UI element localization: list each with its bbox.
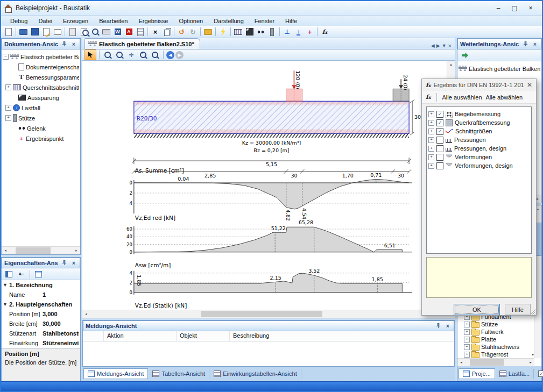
tree-item-traegerrost[interactable]: +Trägerrost▾ (464, 351, 541, 358)
projekt-hscrollbar[interactable]: ◂ ▸ (457, 358, 534, 366)
result-item-biegebemessung[interactable]: +✓ Biegebemessung (428, 110, 530, 118)
expander-icon[interactable]: + (428, 163, 434, 169)
column-load-right[interactable]: 24 (0) (393, 75, 409, 101)
tab-einwirkungstabellen-ansicht[interactable]: Einwirkungstabellen-Ansicht (210, 369, 301, 379)
checkbox[interactable] (436, 145, 443, 152)
tree-item-platte[interactable]: +Platte (464, 336, 541, 343)
tab-sicht-ansicht[interactable]: ✓Sicht... (534, 369, 543, 379)
zoom-in-icon[interactable]: + (138, 50, 149, 60)
feedback-icon[interactable] (52, 27, 63, 37)
property-value[interactable]: 1 (43, 291, 79, 298)
tree-item-stuetze[interactable]: +Stütze (464, 320, 541, 328)
collapse-chevron-icon[interactable]: ▼ (3, 282, 9, 288)
column-load-main[interactable]: 120 (0) (286, 70, 302, 101)
tab-meldungs-ansicht[interactable]: Meldungs-Ansicht (83, 368, 148, 379)
scroll-up-icon[interactable]: ▴ (447, 61, 455, 68)
property-row[interactable]: StützenartStahlbetonstütze (2, 329, 80, 338)
pin-icon[interactable] (521, 40, 529, 48)
column-header-beschreibung[interactable]: Beschreibung (230, 331, 454, 341)
edit-document-icon[interactable] (41, 27, 52, 37)
forward-icon[interactable] (460, 50, 470, 60)
export-document-icon[interactable] (67, 27, 78, 37)
delete-icon[interactable]: × (150, 27, 161, 37)
export-pdf-icon[interactable]: A (124, 27, 135, 37)
expander-icon[interactable]: + (464, 337, 470, 343)
copy-icon[interactable] (161, 27, 172, 37)
tab-projekt-ansicht[interactable]: Proje... (459, 368, 495, 379)
expander-icon[interactable]: + (5, 115, 11, 121)
menu-debug[interactable]: Debug (5, 17, 32, 25)
auflager-icon[interactable]: ⊥ (282, 27, 293, 37)
property-value[interactable]: Stahlbetonstütze (43, 330, 79, 337)
save-icon[interactable] (30, 27, 40, 37)
scroll-right-icon[interactable]: ▸ (527, 359, 534, 366)
select-tool-icon[interactable] (84, 49, 96, 60)
prev-tab-icon[interactable]: ◀ (431, 43, 435, 48)
checkbox[interactable] (436, 154, 443, 161)
close-tab-icon[interactable]: × (448, 42, 452, 49)
property-row[interactable]: Position [m]3,000 (2, 309, 80, 319)
tree-item-lastfall[interactable]: + ↓ Lastfall (3, 103, 79, 113)
pin-icon[interactable] (434, 322, 442, 330)
tab-lastfall-ansicht[interactable]: Lastfa... (496, 369, 534, 379)
menu-darstellung[interactable]: Darstellung (209, 17, 249, 25)
close-icon[interactable]: × (531, 40, 539, 48)
menu-bearbeiten[interactable]: Bearbeiten (94, 17, 132, 25)
calculate-icon[interactable] (218, 27, 229, 37)
export-text-icon[interactable] (135, 27, 146, 37)
weiterleitungs-item[interactable]: Elastisch gebetteter Balken2.S10 (459, 63, 540, 74)
stuetze-icon[interactable] (267, 27, 278, 37)
formel-icon[interactable]: fx (426, 94, 431, 101)
result-item-verformungen-design[interactable]: + Verformungen, design (428, 161, 530, 170)
close-icon[interactable]: × (70, 259, 77, 267)
property-value[interactable]: Stützeneinwirkung (43, 340, 79, 346)
tree-item-stahlnachweis[interactable]: +Stahlnachweis (464, 343, 541, 351)
open-project-icon[interactable] (18, 27, 29, 37)
view-forward-icon[interactable]: ▶ (175, 51, 184, 59)
result-item-verformungen[interactable]: + Verformungen (428, 153, 530, 161)
menu-ergebnisse[interactable]: Ergebnisse (133, 17, 173, 25)
tree-item-stuetze[interactable]: + Stütze (3, 113, 79, 123)
tab-list-icon[interactable]: ▼ (442, 43, 447, 48)
maximize-button[interactable]: ▢ (506, 2, 523, 14)
new-document-icon[interactable] (3, 27, 14, 37)
pin-icon[interactable] (60, 40, 68, 48)
tree-item-dokumenteigenschaften[interactable]: Dokumenteigenschaften (3, 62, 79, 72)
scroll-right-icon[interactable]: ▸ (73, 247, 80, 254)
property-value[interactable]: 30,000 (43, 320, 79, 327)
view-back-icon[interactable]: ◀ (166, 51, 174, 59)
document-tab[interactable]: Elastisch gebetteter Balken2.S10* (84, 38, 200, 49)
pin-icon[interactable] (60, 259, 68, 267)
expander-icon[interactable]: + (464, 352, 470, 358)
tree-item-aussparung[interactable]: Aussparung (3, 92, 79, 103)
property-row[interactable]: Breite [cm]30,000 (2, 319, 80, 329)
gelenk-icon[interactable] (256, 27, 266, 37)
tree-item-root[interactable]: − Elastisch gebetteter Balken2.S10 (3, 52, 79, 62)
expander-icon[interactable]: − (3, 54, 9, 60)
property-pages-icon[interactable] (33, 269, 44, 279)
expander-icon[interactable]: + (428, 146, 434, 152)
expander-icon[interactable]: + (428, 137, 434, 143)
deselect-all-button[interactable]: Alle abwählen (486, 94, 523, 101)
search-icon[interactable] (90, 27, 101, 37)
aussparung-icon[interactable] (244, 27, 255, 37)
scroll-left-icon[interactable]: ◂ (457, 359, 465, 366)
print-icon[interactable] (101, 27, 112, 37)
sort-az-icon[interactable]: A↓ (16, 269, 27, 279)
property-row[interactable]: EinwirkungStützeneinwirkung (2, 338, 80, 348)
select-all-button[interactable]: Alle auswählen (442, 94, 482, 101)
scroll-left-icon[interactable]: ◂ (2, 247, 9, 254)
expander-icon[interactable]: + (428, 154, 434, 160)
hilfe-button[interactable]: Hilfe (505, 304, 531, 315)
close-icon[interactable]: ✕ (527, 81, 532, 89)
expander-icon[interactable]: + (464, 322, 470, 327)
close-icon[interactable]: × (70, 40, 77, 48)
beam-section[interactable]: R20/30 (134, 101, 409, 138)
zoom-window-icon[interactable] (102, 50, 113, 60)
formel-icon[interactable]: fx (320, 27, 330, 37)
ok-button[interactable]: OK (454, 304, 500, 315)
result-item-pressungen-design[interactable]: + Pressungen, design (428, 144, 530, 153)
expander-icon[interactable]: + (428, 120, 434, 126)
expander-icon[interactable]: + (428, 129, 434, 134)
tree-item-bemessungsparameter[interactable]: T Bemessungsparameter (3, 72, 79, 82)
